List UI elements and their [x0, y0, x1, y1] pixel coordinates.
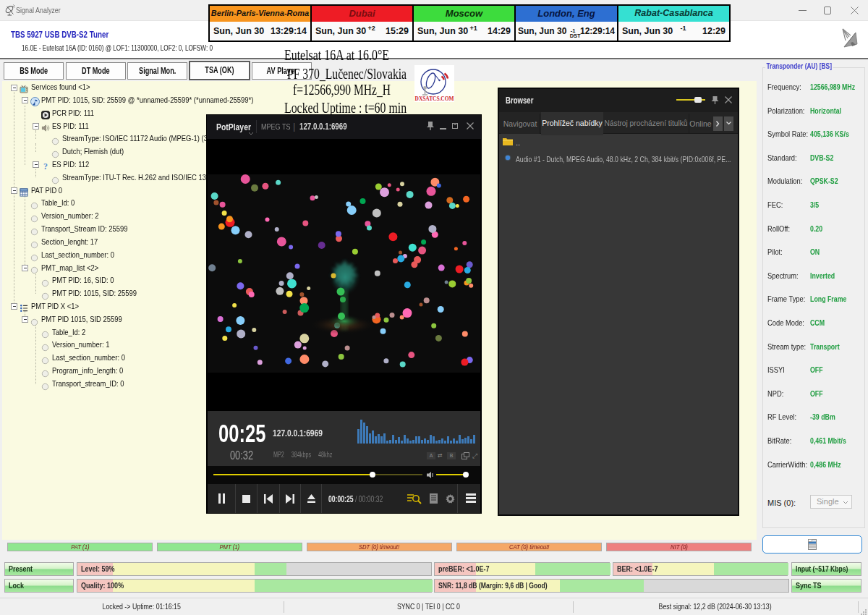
svg-text:?: ?	[43, 161, 48, 171]
svg-text:DXSATCS.COM: DXSATCS.COM	[415, 96, 454, 102]
